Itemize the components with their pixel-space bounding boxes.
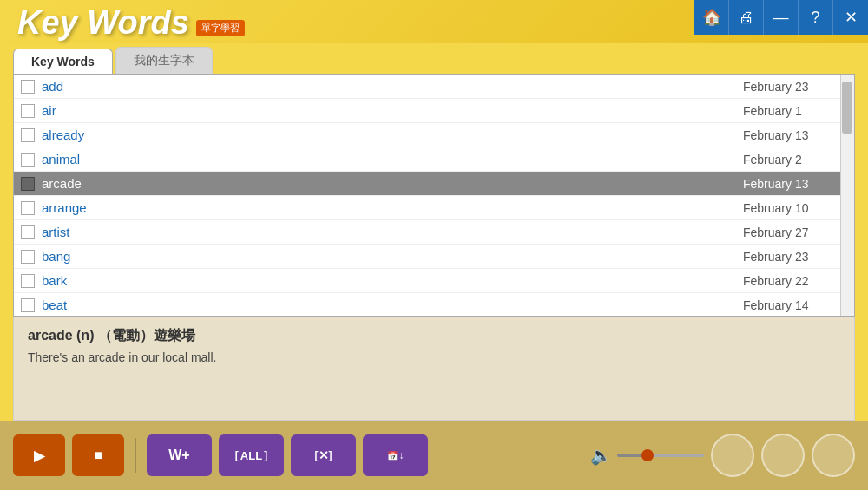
tab-my-words[interactable]: 我的生字本 bbox=[115, 47, 213, 74]
word-date: February 23 bbox=[743, 250, 847, 264]
all-label: ALL bbox=[240, 449, 262, 462]
word-checkbox[interactable] bbox=[21, 80, 35, 94]
badge: 單字學習 bbox=[196, 20, 245, 36]
table-row[interactable]: airFebruary 1 bbox=[14, 99, 854, 123]
circle-btn-3[interactable] bbox=[812, 434, 855, 477]
word-checkbox[interactable] bbox=[21, 177, 35, 191]
table-row[interactable]: artistFebruary 27 bbox=[14, 220, 854, 245]
word-date: February 1 bbox=[743, 104, 847, 118]
home-button[interactable]: 🏠 bbox=[694, 0, 729, 35]
volume-dot[interactable] bbox=[641, 449, 654, 461]
scrollbar-track[interactable] bbox=[840, 75, 854, 316]
word-checkbox[interactable] bbox=[21, 250, 35, 264]
word-text: artist bbox=[42, 225, 743, 239]
word-text: add bbox=[42, 79, 743, 94]
tabs: Key Words 我的生字本 bbox=[13, 43, 855, 74]
help-button[interactable]: ? bbox=[799, 0, 833, 35]
table-row[interactable]: alreadyFebruary 13 bbox=[14, 123, 854, 147]
word-text: arrange bbox=[42, 200, 743, 215]
shuffle-icon: ✕ bbox=[319, 448, 329, 462]
date-icon: 📅 bbox=[387, 451, 398, 461]
top-nav: 🏠 🖨 — ? ✕ bbox=[694, 0, 868, 35]
all-bracket-left: [ bbox=[235, 449, 239, 461]
volume-icon[interactable]: 🔈 bbox=[590, 445, 612, 466]
word-text: bark bbox=[42, 273, 743, 288]
toolbar-divider bbox=[135, 438, 136, 473]
app-title: Key Words bbox=[0, 4, 189, 43]
table-row[interactable]: barkFebruary 22 bbox=[14, 269, 854, 293]
word-text: air bbox=[42, 103, 743, 118]
word-date: February 14 bbox=[743, 298, 847, 312]
word-list[interactable]: addFebruary 23airFebruary 1alreadyFebrua… bbox=[14, 75, 854, 316]
word-text: arcade bbox=[42, 176, 743, 191]
date-label: ↓ bbox=[399, 449, 404, 461]
table-row[interactable]: animalFebruary 2 bbox=[14, 147, 854, 172]
scrollbar-thumb[interactable] bbox=[842, 82, 852, 134]
word-checkbox[interactable] bbox=[21, 225, 35, 239]
shuffle-bracket-right: ] bbox=[329, 449, 332, 461]
all-button[interactable]: [ ALL ] bbox=[219, 434, 284, 476]
word-date: February 13 bbox=[743, 177, 847, 191]
word-text: animal bbox=[42, 152, 743, 167]
definition-sentence: There's an arcade in our local mall. bbox=[28, 350, 840, 364]
def-pos: (n) bbox=[73, 328, 98, 343]
print-button[interactable]: 🖨 bbox=[729, 0, 764, 35]
word-date: February 22 bbox=[743, 274, 847, 288]
def-word-text: arcade bbox=[28, 328, 73, 343]
word-date: February 2 bbox=[743, 153, 847, 167]
word-checkbox[interactable] bbox=[21, 128, 35, 142]
table-row[interactable]: bangFebruary 23 bbox=[14, 245, 854, 269]
table-row[interactable]: addFebruary 23 bbox=[14, 75, 854, 99]
word-date: February 23 bbox=[743, 80, 847, 94]
tab-key-words[interactable]: Key Words bbox=[13, 49, 113, 74]
word-text: bang bbox=[42, 249, 743, 264]
date-sort-button[interactable]: 📅 ↓ bbox=[363, 434, 428, 476]
word-checkbox[interactable] bbox=[21, 298, 35, 312]
word-text: beat bbox=[42, 297, 743, 312]
table-row[interactable]: arcadeFebruary 13 bbox=[14, 172, 854, 196]
table-row[interactable]: beatFebruary 14 bbox=[14, 293, 854, 316]
main-content: Key Words 我的生字本 addFebruary 23airFebruar… bbox=[13, 43, 855, 421]
w-plus-button[interactable]: W+ bbox=[147, 434, 212, 476]
stop-button[interactable]: ■ bbox=[72, 434, 124, 476]
word-list-container: addFebruary 23airFebruary 1alreadyFebrua… bbox=[13, 74, 855, 317]
play-button[interactable]: ▶ bbox=[13, 434, 65, 476]
def-chinese: （電動）遊樂場 bbox=[98, 328, 195, 343]
word-checkbox[interactable] bbox=[21, 153, 35, 167]
bottom-toolbar: ▶ ■ W+ [ ALL ] [ ✕ ] 📅 ↓ 🔈 bbox=[0, 421, 868, 490]
word-date: February 10 bbox=[743, 201, 847, 215]
word-checkbox[interactable] bbox=[21, 274, 35, 288]
all-bracket-right: ] bbox=[264, 449, 267, 461]
circle-btn-2[interactable] bbox=[761, 434, 805, 477]
word-date: February 27 bbox=[743, 225, 847, 239]
circle-btn-1[interactable] bbox=[711, 434, 754, 477]
shuffle-button[interactable]: [ ✕ ] bbox=[291, 434, 356, 476]
volume-fill bbox=[617, 454, 643, 457]
word-text: already bbox=[42, 127, 743, 142]
table-row[interactable]: arrangeFebruary 10 bbox=[14, 196, 854, 220]
word-date: February 13 bbox=[743, 128, 847, 142]
minimize-button[interactable]: — bbox=[764, 0, 799, 35]
volume-control: 🔈 bbox=[590, 445, 704, 466]
word-checkbox[interactable] bbox=[21, 201, 35, 215]
word-checkbox[interactable] bbox=[21, 104, 35, 118]
close-button[interactable]: ✕ bbox=[833, 0, 868, 35]
definition-box: arcade (n) （電動）遊樂場 There's an arcade in … bbox=[13, 317, 855, 421]
volume-track[interactable] bbox=[617, 454, 704, 457]
definition-word: arcade (n) （電動）遊樂場 bbox=[28, 327, 840, 345]
